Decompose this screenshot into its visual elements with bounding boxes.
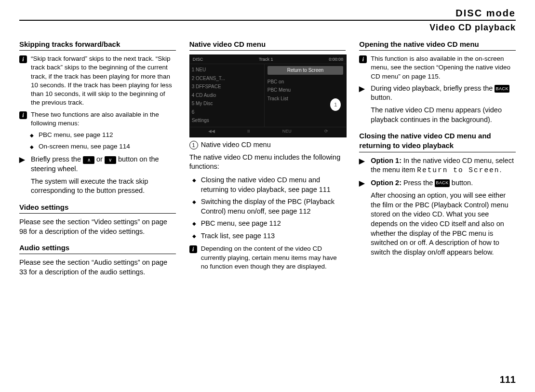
content-columns: Skipping tracks forward/back i “Skip tra… (19, 40, 516, 281)
info-skip-behavior: i “Skip track forward” skips to the next… (19, 54, 176, 107)
text-fragment: During video playback, briefly press the (371, 84, 495, 92)
screenshot-footer: ◀◀ II NEU ⟳ (190, 127, 347, 135)
info-icon: i (19, 110, 29, 128)
page-title-top: DISC mode (19, 8, 516, 19)
step-during-text: During video playback, briefly press the… (371, 84, 516, 103)
column-3: Opening the native video CD menu i This … (359, 40, 516, 281)
step-during-playback: ▶ During video playback, briefly press t… (359, 84, 516, 103)
option2-label: Option 2: (371, 179, 401, 187)
option1-label: Option 1: (371, 157, 401, 164)
column-2: Native video CD menu DISC Track 1 0:00:0… (189, 40, 346, 281)
page-subtitle: Video CD playback (19, 20, 516, 33)
step-press-wheel: ▶ Briefly press the ∧ or ∨ button on the… (19, 155, 176, 174)
heading-audio-settings: Audio settings (19, 243, 176, 254)
step-result-text: The system will execute the track skip c… (19, 177, 176, 196)
info-two-functions: i These two functions are also available… (19, 110, 176, 128)
ss-left-settings: Settings (192, 116, 262, 125)
ss-track-label: Track 1 (259, 56, 273, 62)
option2-text: Option 2: Press the BACK button. (371, 178, 516, 189)
heading-video-settings: Video settings (19, 203, 176, 214)
text-fragment: . (500, 166, 502, 174)
ss-time-label: 0:00:08 (329, 56, 343, 62)
info-icon: i (189, 244, 199, 271)
up-button-icon: ∧ (83, 156, 94, 164)
ss-left-item: 4 CD Audio (192, 91, 262, 100)
down-button-icon: ∨ (105, 156, 116, 164)
list-item: Closing the native video CD menu and ret… (192, 176, 346, 194)
step-arrow-icon: ▶ (359, 84, 369, 103)
ss-footer-item: ◀◀ (208, 128, 215, 134)
text-fragment: button. (371, 94, 392, 101)
video-settings-body: Please see the section “Video settings” … (19, 217, 176, 236)
step-option2: ▶ Option 2: Press the BACK button. (359, 178, 516, 189)
info-skip-text: “Skip track forward” skips to the next t… (31, 54, 176, 107)
info-icon: i (19, 54, 29, 107)
list-item: Switching the display of the PBC (Playba… (192, 197, 346, 216)
info-depending: i Depending on the content of the video … (189, 244, 346, 271)
screenshot-native-menu: DISC Track 1 0:00:08 1 NEU 2 OCEANS_T...… (189, 54, 347, 137)
list-item: PBC menu, see page 112 (30, 131, 176, 139)
ss-left-item: 6 (192, 108, 262, 117)
list-item: PBC menu, see page 112 (192, 219, 346, 229)
info-also-available: i This function is also available in the… (359, 54, 516, 81)
ss-disc-label: DISC (193, 56, 203, 62)
back-button-icon: BACK (435, 179, 450, 187)
ss-footer-item: NEU (282, 128, 292, 134)
list-item: On-screen menu, see page 114 (30, 142, 176, 151)
audio-settings-body: Please see the section “Audio settings” … (19, 258, 176, 277)
ss-right-item: PBC on (268, 78, 344, 86)
ss-footer-item: II (247, 128, 250, 134)
list-item: Track list, see page 113 (192, 231, 346, 241)
ss-left-item: 3 DFFSPACE (192, 82, 262, 91)
text-fragment: Briefly press the (31, 155, 83, 163)
caption-text: Native video CD menu (201, 140, 271, 150)
step-arrow-icon: ▶ (359, 156, 369, 176)
info-icon: i (359, 54, 369, 81)
ss-right-item: PBC Menu (268, 86, 344, 95)
heading-native-menu: Native video CD menu (189, 40, 346, 51)
after-choosing-text: After choosing an option, you will see e… (359, 191, 516, 257)
screenshot-right-pane: Return to Screen PBC on PBC Menu Track L… (265, 64, 347, 127)
column-1: Skipping tracks forward/back i “Skip tra… (19, 40, 176, 281)
info-two-text: These two functions are also available i… (31, 110, 176, 128)
ss-left-item: 1 NEU (192, 66, 262, 74)
text-fragment: or (94, 155, 105, 163)
step-arrow-icon: ▶ (19, 155, 29, 174)
info-depending-text: Depending on the content of the video CD… (201, 244, 346, 271)
step-during-result: The native video CD menu appears (video … (359, 106, 516, 124)
native-functions-list: Closing the native video CD menu and ret… (189, 176, 346, 241)
option1-text: Option 1: In the native video CD menu, s… (371, 156, 516, 176)
step-option1: ▶ Option 1: In the native video CD menu,… (359, 156, 516, 176)
page-number: 111 (500, 374, 516, 385)
ss-left-item: 5 My Disc (192, 99, 262, 108)
heading-opening: Opening the native video CD menu (359, 40, 516, 51)
text-fragment: Press the (401, 179, 435, 187)
screenshot-left-pane: 1 NEU 2 OCEANS_T... 3 DFFSPACE 4 CD Audi… (190, 64, 265, 127)
caption-number-icon: 1 (189, 141, 198, 149)
heading-skipping: Skipping tracks forward/back (19, 40, 176, 51)
native-intro: The native video CD menu includes the fo… (189, 153, 346, 172)
ss-left-item: 2 OCEANS_T... (192, 74, 262, 83)
screenshot-caption: 1 Native video CD menu (189, 140, 346, 150)
step-arrow-icon: ▶ (359, 178, 369, 189)
menu-item-return: Return to Screen (417, 166, 499, 174)
two-functions-list: PBC menu, see page 112 On-screen menu, s… (19, 131, 176, 151)
step-press-text: Briefly press the ∧ or ∨ button on the s… (31, 155, 176, 174)
ss-return-button: Return to Screen (268, 66, 344, 75)
ss-footer-item: ⟳ (324, 128, 328, 134)
callout-1-icon: 1 (330, 98, 341, 111)
screenshot-header: DISC Track 1 0:00:08 (190, 55, 347, 64)
screenshot-body: 1 NEU 2 OCEANS_T... 3 DFFSPACE 4 CD Audi… (190, 64, 347, 127)
text-fragment: button. (450, 179, 473, 187)
heading-closing: Closing the native video CD menu and ret… (359, 131, 516, 152)
back-button-icon: BACK (495, 85, 509, 93)
info-also-text: This function is also available in the o… (371, 54, 516, 81)
